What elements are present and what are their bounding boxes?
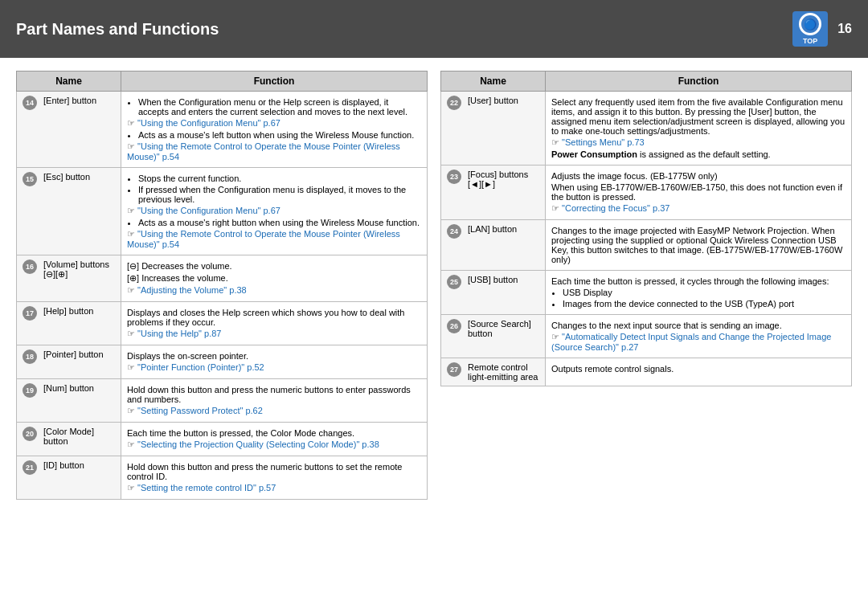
- page-title: Part Names and Functions: [16, 20, 219, 39]
- row-num-badge: 25: [447, 275, 461, 289]
- table-row: 27 Remote control light-emitting area Ou…: [441, 358, 852, 386]
- top-logo: 🔵 TOP: [792, 11, 828, 47]
- header: Part Names and Functions 🔵 TOP 16: [0, 0, 868, 58]
- table-row: 23 [Focus] buttons [◄][►] Adjusts the im…: [441, 166, 852, 220]
- header-right: 🔵 TOP 16: [792, 11, 852, 47]
- row-num-badge: 14: [23, 96, 37, 110]
- row-num-badge: 26: [447, 319, 461, 333]
- table-row: 17 [Help] button Displays and closes the…: [17, 302, 428, 345]
- left-name-header: Name: [17, 72, 121, 92]
- row-num-badge: 21: [23, 460, 37, 475]
- right-function-header: Function: [546, 72, 852, 92]
- row-num-badge: 17: [23, 306, 37, 321]
- right-table: Name Function 22 [User] button Select an…: [440, 71, 852, 500]
- table-row: 24 [LAN] button Changes to the image pro…: [441, 220, 852, 271]
- table-row: 15 [Esc] button Stops the current functi…: [17, 168, 428, 255]
- table-row: 21 [ID] button Hold down this button and…: [17, 456, 428, 500]
- table-row: 25 [USB] button Each time the button is …: [441, 271, 852, 315]
- row-num-badge: 22: [447, 96, 461, 110]
- table-row: 19 [Num] button Hold down this button an…: [17, 379, 428, 423]
- table-row: 26 [Source Search] button Changes to the…: [441, 315, 852, 358]
- right-name-header: Name: [441, 72, 546, 92]
- table-row: 20 [Color Mode] button Each time the but…: [17, 423, 428, 456]
- row-num-badge: 27: [447, 362, 461, 377]
- row-num-badge: 20: [23, 427, 37, 441]
- table-row: 16 [Volume] buttons [⊖][⊕] [⊖] Decreases…: [17, 255, 428, 302]
- table-row: 18 [Pointer] button Displays the on-scre…: [17, 345, 428, 379]
- row-num-badge: 16: [23, 260, 37, 274]
- table-row: 22 [User] button Select any frequently u…: [441, 92, 852, 166]
- row-num-badge: 15: [23, 172, 37, 186]
- left-table: Name Function 14 [Enter] button Whe: [16, 71, 428, 500]
- row-num-badge: 23: [447, 170, 461, 184]
- left-function-header: Function: [121, 72, 428, 92]
- row-num-badge: 24: [447, 224, 461, 239]
- table-row: 14 [Enter] button When the Configuration…: [17, 92, 428, 168]
- page-number: 16: [837, 22, 852, 36]
- row-num-badge: 18: [23, 349, 37, 364]
- row-num-badge: 19: [23, 383, 37, 398]
